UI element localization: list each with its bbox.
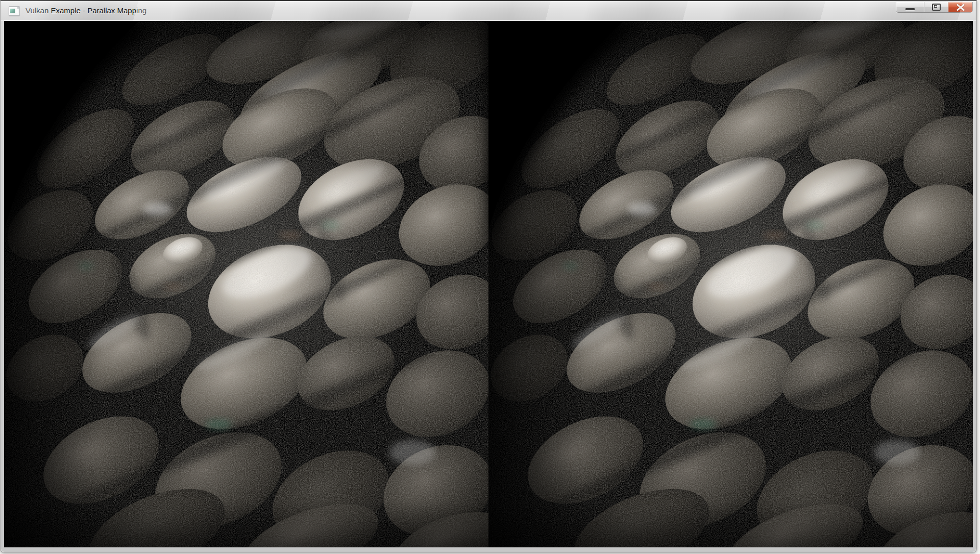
app-icon-titlebar xyxy=(10,7,17,8)
close-icon xyxy=(957,4,965,11)
app-icon-teal-pane xyxy=(10,9,15,13)
minimize-icon xyxy=(905,8,915,10)
app-window: Vulkan Example - Parallax Mapping xyxy=(0,0,977,553)
close-button[interactable] xyxy=(948,2,972,12)
app-icon-nub xyxy=(17,7,19,9)
minimize-button[interactable] xyxy=(896,2,924,12)
render-viewport[interactable] xyxy=(4,21,973,547)
maximize-button[interactable] xyxy=(924,2,948,12)
render-pane-right xyxy=(479,21,973,547)
app-icon[interactable] xyxy=(9,6,20,16)
window-controls xyxy=(896,2,973,13)
titlebar[interactable]: Vulkan Example - Parallax Mapping xyxy=(1,1,976,21)
maximize-icon xyxy=(932,4,941,11)
render-pane-left xyxy=(4,21,521,547)
window-title: Vulkan Example - Parallax Mapping xyxy=(26,6,146,16)
render-canvas xyxy=(4,21,973,547)
app-icon-white-pane xyxy=(15,9,18,13)
